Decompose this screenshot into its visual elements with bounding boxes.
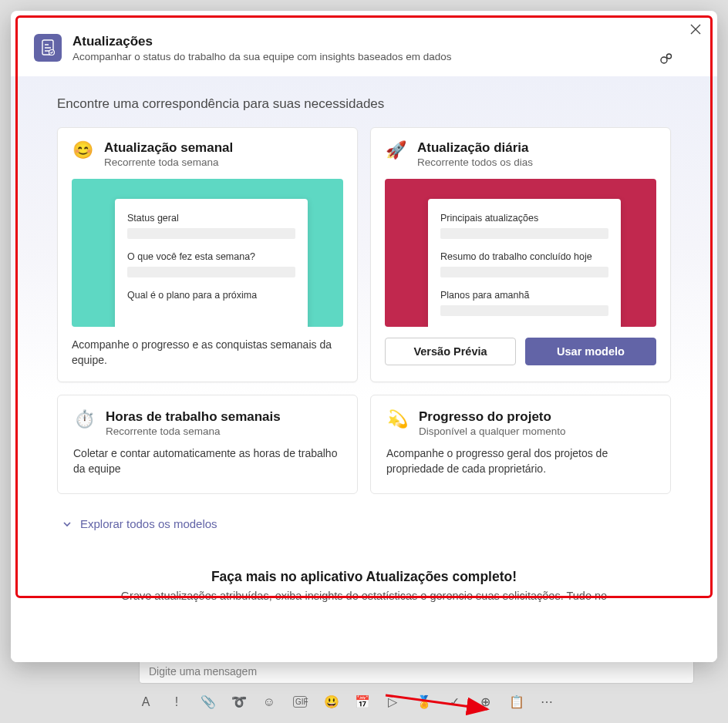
card-subtitle: Recorrente toda semana: [106, 425, 281, 437]
template-card-weekly[interactable]: 😊 Atualização semanal Recorrente toda se…: [57, 127, 358, 382]
card-subtitle: Disponível a qualquer momento: [419, 425, 566, 437]
template-card-hours[interactable]: ⏱️ Horas de trabalho semanais Recorrente…: [57, 395, 358, 494]
use-template-button[interactable]: Usar modelo: [525, 338, 656, 365]
field-label: Principais atualizações: [440, 213, 608, 224]
promo-subtitle: Grave atualizações atribuídas, exiba ins…: [57, 590, 671, 602]
sparkle-icon: 💫: [386, 411, 408, 428]
field-label: Planos para amanhã: [440, 290, 608, 301]
sticker-icon[interactable]: 😃: [324, 694, 338, 709]
field-label: Qual é o plano para a próxima: [127, 290, 295, 301]
schedule-icon[interactable]: 📅: [355, 694, 369, 709]
footer-promo: Faça mais no aplicativo Atualizações com…: [57, 569, 671, 602]
stream-icon[interactable]: ▷: [386, 694, 399, 709]
explore-all-link[interactable]: Explorar todos os modelos: [57, 514, 671, 533]
template-card-daily[interactable]: 🚀 Atualização diária Recorrente todos os…: [370, 127, 671, 382]
approvals-icon[interactable]: ✓: [447, 694, 461, 709]
viva-icon[interactable]: ⊕: [478, 694, 492, 709]
field-label: Resumo do trabalho concluído hoje: [440, 251, 608, 262]
modal-subtitle: Acompanhar o status do trabalho da sua e…: [72, 51, 452, 62]
close-button[interactable]: [685, 18, 706, 40]
popout-button[interactable]: [656, 48, 677, 69]
template-card-project[interactable]: 💫 Progresso do projeto Disponível a qual…: [370, 395, 671, 494]
preview-button[interactable]: Versão Prévia: [385, 338, 516, 365]
more-icon[interactable]: ⋯: [540, 694, 554, 709]
section-heading: Encontre uma correspondência para suas n…: [57, 96, 671, 112]
card-description: Acompanhe o progresso geral dos projetos…: [386, 446, 655, 476]
modal-header: Atualizações Acompanhar o status do trab…: [11, 11, 717, 76]
card-title: Atualização diária: [417, 140, 533, 156]
emoji-icon[interactable]: ☺: [262, 695, 276, 709]
updates-modal: Atualizações Acompanhar o status do trab…: [11, 11, 717, 662]
sun-icon: 😊: [72, 142, 93, 159]
svg-point-5: [667, 54, 672, 59]
stopwatch-icon: ⏱️: [73, 411, 95, 428]
card-description: Coletar e contar automaticamente as hora…: [73, 446, 342, 476]
card-subtitle: Recorrente todos os dias: [417, 156, 533, 168]
rocket-icon: 🚀: [385, 142, 406, 159]
card-subtitle: Recorrente toda semana: [104, 156, 233, 168]
explore-label: Explorar todos os modelos: [80, 517, 217, 530]
card-title: Atualização semanal: [104, 140, 233, 156]
compose-bar: Digite uma mensagem A ! 📎 ➰ ☺ GIF 😃 📅 ▷ …: [139, 659, 694, 709]
compose-toolbar: A ! 📎 ➰ ☺ GIF 😃 📅 ▷ 🏅 ✓ ⊕ 📋 ⋯: [139, 694, 694, 709]
modal-title: Atualizações: [72, 34, 452, 49]
field-label: Status geral: [127, 213, 295, 224]
attach-icon[interactable]: 📎: [201, 694, 214, 709]
card-title: Horas de trabalho semanais: [106, 409, 281, 425]
card-preview: Principais atualizações Resumo do trabal…: [385, 179, 656, 327]
field-label: O que você fez esta semana?: [127, 251, 295, 262]
message-input[interactable]: Digite uma mensagem: [139, 659, 694, 684]
card-description: Acompanhe o progresso e as conquistas se…: [72, 338, 343, 368]
priority-icon[interactable]: !: [170, 695, 184, 709]
format-icon[interactable]: A: [139, 695, 153, 709]
gif-icon[interactable]: GIF: [293, 696, 307, 708]
promo-title: Faça mais no aplicativo Atualizações com…: [57, 569, 671, 585]
modal-body[interactable]: Encontre uma correspondência para suas n…: [11, 76, 717, 662]
praise-icon[interactable]: 🏅: [416, 694, 430, 709]
svg-point-4: [661, 57, 667, 63]
updates-icon[interactable]: 📋: [509, 694, 523, 709]
loop-icon[interactable]: ➰: [231, 694, 245, 709]
card-title: Progresso do projeto: [419, 409, 566, 425]
card-preview: Status geral O que você fez esta semana?…: [72, 179, 343, 327]
updates-app-icon: [34, 34, 62, 62]
